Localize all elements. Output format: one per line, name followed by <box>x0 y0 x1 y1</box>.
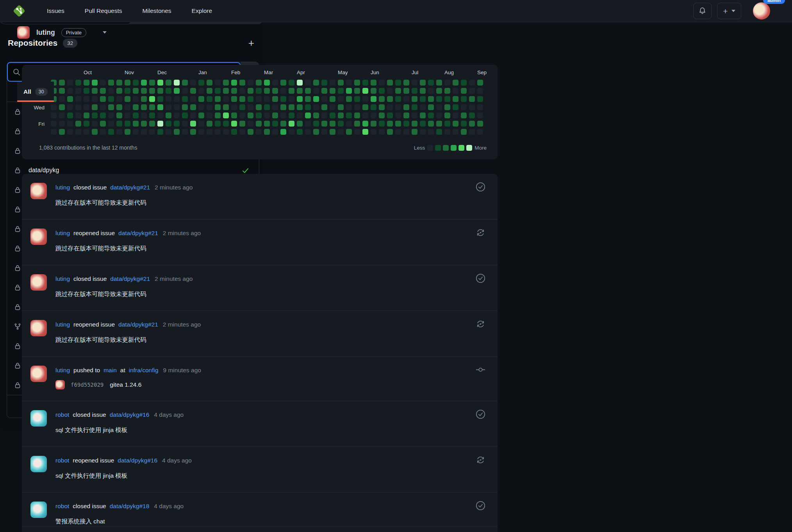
heatmap-cell <box>289 121 294 127</box>
feed-link-robot[interactable]: robot <box>55 410 69 420</box>
create-new-button[interactable]: + <box>717 3 741 19</box>
actor-avatar[interactable] <box>30 502 47 518</box>
heatmap-cell <box>231 104 237 110</box>
actor-avatar[interactable] <box>30 274 47 291</box>
feed-link-data-dpykg-16[interactable]: data/dpykg#16 <box>118 456 157 465</box>
heatmap-cell <box>67 112 73 118</box>
heatmap-cell <box>412 80 417 86</box>
heatmap-cell <box>149 96 155 102</box>
heatmap-cell <box>338 80 344 86</box>
feed-link-data-dpykg-18[interactable]: data/dpykg#18 <box>110 502 150 511</box>
nav-link-pull-requests[interactable]: Pull Requests <box>85 7 122 14</box>
heatmap-cell <box>453 112 458 118</box>
heatmap-cell <box>149 88 155 94</box>
plus-icon: + <box>723 7 728 15</box>
heatmap-cell <box>51 112 57 118</box>
feed-item: lutingclosed issuedata/dpykg#212 minutes… <box>22 174 498 219</box>
heatmap-cell <box>354 80 360 86</box>
bell-icon <box>698 7 707 16</box>
heatmap-cell <box>305 129 311 135</box>
feed-link-data-dpykg-21[interactable]: data/dpykg#21 <box>110 183 150 192</box>
notifications-button[interactable] <box>693 3 712 19</box>
feed-item-title: lutingreopened issuedata/dpykg#212 minut… <box>55 229 462 238</box>
heatmap-cell <box>67 88 73 94</box>
month-label-apr: Apr <box>297 70 305 75</box>
feed-link-luting[interactable]: luting <box>55 274 70 284</box>
gitea-logo-icon[interactable] <box>12 4 27 18</box>
feed-link-data-dpykg-16[interactable]: data/dpykg#16 <box>110 410 150 420</box>
heatmap-cell <box>280 104 286 110</box>
heatmap-cell <box>59 96 65 102</box>
heatmap-cell <box>346 88 352 94</box>
nav-link-explore[interactable]: Explore <box>192 7 212 14</box>
heatmap-cell <box>313 121 319 127</box>
heatmap-cell <box>461 112 467 118</box>
heatmap-cell <box>100 96 106 102</box>
heatmap-cell <box>444 96 450 102</box>
actor-avatar[interactable] <box>30 229 47 245</box>
heatmap-cell <box>75 129 81 135</box>
feed-link-infra-config[interactable]: infra/config <box>129 366 159 375</box>
heatmap-cell <box>280 88 286 94</box>
feed-action-text: reopened issue <box>73 320 115 329</box>
context-username[interactable]: luting <box>36 29 55 37</box>
heatmap-cell <box>444 112 450 118</box>
context-dropdown-icon[interactable] <box>103 31 107 34</box>
feed-timestamp: 9 minutes ago <box>163 366 201 375</box>
heatmap-cell <box>75 112 81 118</box>
heatmap-cell <box>379 112 385 118</box>
heatmap-cell <box>280 112 286 118</box>
lock-icon <box>14 381 21 389</box>
feed-item: lutingclosed issuedata/dpykg#212 minutes… <box>22 265 498 311</box>
heatmap-cell <box>444 121 450 127</box>
feed-link-robot[interactable]: robot <box>55 456 69 465</box>
heatmap-cell <box>313 88 319 94</box>
feed-link-luting[interactable]: luting <box>55 229 70 238</box>
actor-avatar[interactable] <box>30 456 47 472</box>
actor-avatar[interactable] <box>30 410 47 427</box>
heatmap-cell <box>166 104 171 110</box>
heatmap-cell <box>297 104 303 110</box>
heatmap-cell <box>453 96 458 102</box>
heatmap-cell <box>256 80 262 86</box>
heatmap-cell <box>125 112 130 118</box>
heatmap-cell <box>100 121 106 127</box>
heatmap-cell <box>338 88 344 94</box>
feed-link-luting[interactable]: luting <box>55 366 70 375</box>
feed-link-luting[interactable]: luting <box>55 183 70 192</box>
feed-link-luting[interactable]: luting <box>55 320 70 329</box>
lock-icon <box>14 362 21 370</box>
nav-link-issues[interactable]: Issues <box>47 7 64 14</box>
filter-tab-all[interactable]: All 30 <box>17 82 54 102</box>
user-avatar[interactable] <box>753 2 770 20</box>
user-menu[interactable]: admin <box>753 2 770 20</box>
lock-icon <box>14 147 21 155</box>
heatmap-cell <box>420 104 426 110</box>
context-avatar[interactable] <box>17 26 30 39</box>
feed-link-data-dpykg-21[interactable]: data/dpykg#21 <box>118 320 158 329</box>
actor-avatar[interactable] <box>30 183 47 199</box>
heatmap-cell <box>387 112 393 118</box>
heatmap-cell <box>338 121 344 127</box>
feed-item-body: 跳过存在版本可能导致未更新代码 <box>55 289 462 299</box>
actor-avatar[interactable] <box>30 366 47 382</box>
heatmap-cell <box>84 121 89 127</box>
feed-action-text: pushed to <box>73 366 100 375</box>
heatmap-cell <box>264 112 270 118</box>
heatmap-cell <box>207 96 212 102</box>
heatmap-cell <box>84 80 89 86</box>
heatmap-cell <box>461 121 467 127</box>
nav-link-milestones[interactable]: Milestones <box>142 7 171 14</box>
feed-link-robot[interactable]: robot <box>55 502 69 511</box>
actor-avatar[interactable] <box>30 320 47 336</box>
commit-hash-link[interactable]: f69d552029 <box>71 382 103 388</box>
feed-action-text: reopened issue <box>73 229 115 238</box>
heatmap-cell <box>174 96 180 102</box>
filter-all-count-badge: 30 <box>35 88 48 96</box>
heatmap-cell <box>428 112 434 118</box>
feed-link-data-dpykg-21[interactable]: data/dpykg#21 <box>110 274 150 284</box>
feed-link-data-dpykg-21[interactable]: data/dpykg#21 <box>118 229 158 238</box>
heatmap-cell <box>125 121 130 127</box>
heatmap-cell <box>256 112 262 118</box>
feed-link-main[interactable]: main <box>103 366 117 375</box>
